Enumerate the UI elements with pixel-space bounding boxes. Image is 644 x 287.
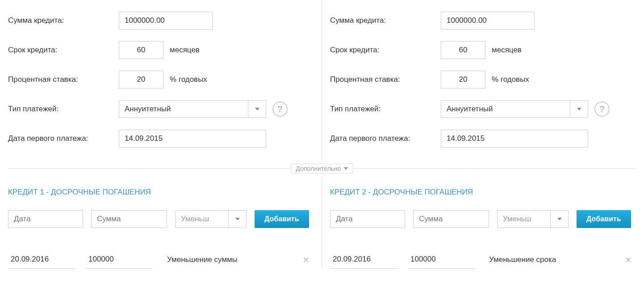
chevron-down-icon[interactable] [550,211,568,228]
credit1-entry-amount[interactable]: 100000 [86,250,153,269]
credit2-early-panel: КРЕДИТ 2 - ДОСРОЧНЫЕ ПОГАШЕНИЯ Уменьш До… [322,177,644,269]
credit1-entry-type: Уменьшение суммы [167,251,238,269]
rate-label: Процентная ставка: [8,75,119,84]
credit2-payment-type-select[interactable]: Аннуитетный [441,100,588,118]
amount-label: Сумма кредита: [8,16,119,25]
additional-toggle[interactable]: Дополнительно [291,164,353,173]
credit2-add-amount-input[interactable] [413,210,489,228]
credit2-amount-input[interactable] [441,12,535,30]
credit1-add-button[interactable]: Добавить [255,210,309,228]
payment-type-value: Аннуитетный [119,101,248,118]
rate-label: Процентная ставка: [330,75,441,84]
help-icon[interactable]: ? [272,101,288,117]
credit2-term-input[interactable] [441,41,485,59]
close-icon[interactable]: × [625,253,631,266]
credit2-add-type-select[interactable]: Уменьш [497,210,569,228]
credit1-first-payment-date-input[interactable] [119,130,266,148]
credit2-rate-input[interactable] [441,71,485,89]
chevron-down-icon[interactable] [570,101,588,118]
credit2-add-button[interactable]: Добавить [577,210,631,228]
payment-type-label: Тип платежей: [8,105,119,114]
payment-type-label: Тип платежей: [330,105,441,114]
credit2-first-payment-date-input[interactable] [441,130,588,148]
credit1-amount-input[interactable] [119,12,213,30]
rate-unit: % годовых [170,75,207,84]
credit2-entry-type: Уменьшение срока [489,251,556,269]
chevron-down-icon[interactable] [228,211,246,228]
credit2-entry-row: 20.09.2016 100000 Уменьшение срока × [330,250,636,269]
credit1-section-title: КРЕДИТ 1 - ДОСРОЧНЫЕ ПОГАШЕНИЯ [8,188,314,197]
additional-divider: Дополнительно [0,164,644,177]
credit1-rate-input[interactable] [119,71,163,89]
rate-unit: % годовых [492,75,529,84]
credit2-entry-amount[interactable]: 100000 [408,250,475,269]
add-type-placeholder: Уменьш [498,211,550,228]
credit1-add-amount-input[interactable] [91,210,167,228]
payment-type-value: Аннуитетный [441,101,570,118]
credit2-entry-date[interactable]: 20.09.2016 [330,250,397,269]
close-icon[interactable]: × [303,253,309,266]
add-type-placeholder: Уменьш [176,211,228,228]
credit2-add-date-input[interactable] [330,210,405,228]
chevron-down-icon [343,167,348,170]
term-label: Срок кредита: [8,46,119,55]
credit1-entry-date[interactable]: 20.09.2016 [8,250,75,269]
credit2-section-title: КРЕДИТ 2 - ДОСРОЧНЫЕ ПОГАШЕНИЯ [330,188,636,197]
term-unit: месяцев [492,46,522,55]
credit1-panel: Сумма кредита: Срок кредита: месяцев Про… [0,0,322,159]
amount-label: Сумма кредита: [330,16,441,25]
term-label: Срок кредита: [330,46,441,55]
first-payment-date-label: Дата первого платежа: [8,134,119,143]
credit1-term-input[interactable] [119,41,163,59]
first-payment-date-label: Дата первого платежа: [330,134,441,143]
chevron-down-icon[interactable] [248,101,266,118]
credit1-add-type-select[interactable]: Уменьш [175,210,247,228]
credit1-payment-type-select[interactable]: Аннуитетный [119,100,266,118]
credit1-add-date-input[interactable] [8,210,83,228]
additional-label: Дополнительно [296,165,341,172]
term-unit: месяцев [170,46,200,55]
credit1-early-panel: КРЕДИТ 1 - ДОСРОЧНЫЕ ПОГАШЕНИЯ Уменьш До… [0,177,322,269]
credit2-panel: Сумма кредита: Срок кредита: месяцев Про… [322,0,644,159]
help-icon[interactable]: ? [594,101,610,117]
credit1-entry-row: 20.09.2016 100000 Уменьшение суммы × [8,250,314,269]
